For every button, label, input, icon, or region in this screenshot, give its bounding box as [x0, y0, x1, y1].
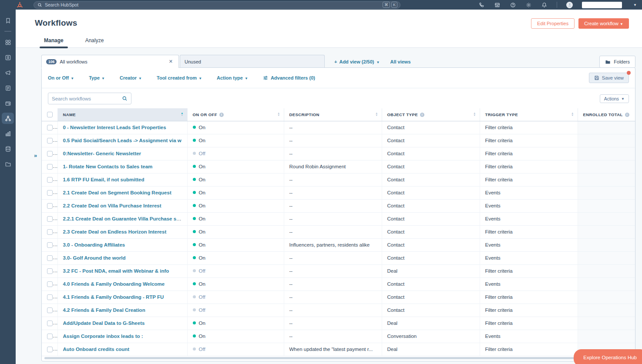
all-views-link[interactable]: All views — [390, 59, 410, 64]
workflow-name-link[interactable]: 3.0 - Onboarding Affiliates — [63, 242, 125, 247]
save-view-button[interactable]: Save view — [589, 73, 629, 83]
bell-icon[interactable] — [541, 2, 548, 8]
tab-manage[interactable]: Manage — [42, 37, 65, 47]
workflow-name-link[interactable]: 4.1 Friends & Family Onboarding - RTP FU — [63, 294, 164, 300]
row-checkbox[interactable] — [47, 255, 53, 261]
filter-dropdown-type[interactable]: Type▼ — [89, 75, 105, 80]
column-header-trig[interactable]: TRIGGER TYPE▲▼ — [480, 108, 578, 121]
info-icon[interactable]: i — [625, 113, 629, 117]
caret-down-icon: ▼ — [71, 77, 74, 80]
info-icon[interactable]: i — [219, 113, 224, 117]
workflow-name-link[interactable]: 4.0 Friends & Family Onboarding Welcome — [63, 281, 165, 287]
info-icon[interactable]: i — [420, 113, 424, 117]
filter-dropdown-action-type[interactable]: Action type▼ — [217, 75, 248, 80]
sort-arrows-icon[interactable]: ▲▼ — [181, 112, 183, 117]
select-all-checkbox[interactable] — [47, 112, 53, 117]
marketplace-icon[interactable] — [494, 2, 501, 8]
workflow-search-input[interactable] — [52, 96, 122, 101]
row-checkbox[interactable] — [47, 125, 53, 130]
workflow-name-link[interactable]: 2.3 Create Deal on Endless Horizon Inter… — [63, 229, 167, 234]
contacts-icon[interactable] — [2, 52, 14, 63]
workflow-name-link[interactable]: 1.6 RTP FU Email, if not submitted — [63, 177, 145, 182]
workflow-name-link[interactable]: Auto Onboard credits count — [63, 347, 130, 352]
data-database-icon[interactable] — [2, 143, 14, 154]
k-key: K — [391, 2, 397, 8]
content-clipboard-icon[interactable] — [2, 82, 14, 94]
select-all-header — [42, 108, 57, 121]
global-search-input[interactable]: Search HubSpot ⌘ K — [34, 1, 400, 9]
workflow-name-link[interactable]: 0:Newsletter- Generic Newsletter — [63, 151, 141, 156]
scrollbar-thumb[interactable] — [44, 357, 615, 359]
workflow-name-link[interactable]: Assign Corporate inbox leads to : — [63, 334, 143, 339]
view-tab-all-workflows[interactable]: 106 All workflows ✕ — [41, 55, 179, 68]
column-header-enr[interactable]: ENROLLED TOTALi — [578, 108, 635, 121]
reporting-chart-icon[interactable] — [2, 128, 14, 139]
explore-operations-hub-button[interactable]: Explore Operations Hub — [574, 349, 642, 364]
row-checkbox[interactable] — [47, 203, 53, 209]
column-header-status[interactable]: ON OR OFFi▲▼ — [187, 108, 284, 121]
actions-button[interactable]: Actions ▼ — [600, 94, 629, 103]
column-header-obj[interactable]: OBJECT TYPEi▲▼ — [382, 108, 480, 121]
tab-analyze[interactable]: Analyze — [84, 37, 106, 47]
status-dot — [193, 321, 196, 324]
workflow-name-link[interactable]: 2.1 Create Deal on Segment Booking Reque… — [63, 190, 171, 195]
phone-icon[interactable] — [478, 2, 485, 8]
row-checkbox[interactable] — [47, 281, 53, 287]
hubspot-sprocket-logo[interactable] — [17, 2, 23, 8]
row-checkbox[interactable] — [47, 190, 53, 196]
row-checkbox[interactable] — [47, 294, 53, 300]
workflow-name-link[interactable]: 0.5 Paid Social/Search Leads -> Assignme… — [63, 138, 182, 143]
advanced-filters-button[interactable]: Advanced filters (0) — [263, 75, 315, 80]
account-name-box[interactable] — [582, 2, 622, 8]
workflow-name-link[interactable]: Add/Update Deal Data to G-Sheets — [63, 321, 145, 326]
expand-nav-icon[interactable]: » — [34, 152, 37, 159]
row-checkbox[interactable] — [47, 177, 53, 183]
commerce-wallet-icon[interactable] — [2, 97, 14, 109]
workflow-name-link[interactable]: 3.2 FC - Post NDA, email with Webinar & … — [63, 268, 169, 274]
automations-workflow-icon[interactable] — [2, 113, 14, 124]
help-icon[interactable] — [510, 2, 516, 8]
column-header-name[interactable]: NAME▲▼ — [57, 108, 187, 121]
workflow-name-cell: 2.2 Create Deal on Villa Purchase Intere… — [57, 199, 187, 212]
status-label: On — [199, 164, 205, 169]
filter-dropdown-creator[interactable]: Creator▼ — [120, 75, 142, 80]
row-checkbox[interactable] — [47, 242, 53, 248]
workflow-name-link[interactable]: 2.2.1 Create Deal on Guarantee Villa Pur… — [63, 216, 183, 221]
workflow-name-link[interactable]: 3.0- Golf Around the world — [63, 255, 126, 260]
dashboards-grid-icon[interactable] — [2, 37, 14, 48]
workflow-name-link[interactable]: 0 - Newsletter Interest Leads Set Proper… — [63, 125, 166, 130]
sort-arrows-icon[interactable]: ▲▼ — [571, 112, 574, 117]
edit-properties-button[interactable]: Edit Properties — [531, 18, 575, 29]
library-folder-icon[interactable] — [2, 158, 14, 170]
row-checkbox[interactable] — [47, 216, 53, 222]
sort-arrows-icon[interactable]: ▲▼ — [473, 112, 476, 117]
row-checkbox[interactable] — [47, 229, 53, 235]
column-header-desc[interactable]: DESCRIPTION▲▼ — [284, 108, 382, 121]
x-close-icon[interactable]: ✕ — [168, 59, 174, 64]
row-checkbox[interactable] — [47, 164, 53, 170]
account-caret-down-icon[interactable]: ▼ — [633, 3, 637, 7]
row-checkbox[interactable] — [47, 334, 53, 339]
row-checkbox[interactable] — [47, 138, 53, 144]
settings-icon[interactable] — [525, 2, 532, 8]
row-checkbox[interactable] — [47, 307, 53, 313]
workflow-name-link[interactable]: 1- Rotate New Contacts to Sales team — [63, 164, 153, 169]
folders-button[interactable]: Folders — [599, 56, 635, 68]
marketing-megaphone-icon[interactable] — [2, 67, 14, 78]
sort-arrows-icon[interactable]: ▲▼ — [277, 112, 280, 117]
horizontal-scrollbar[interactable] — [44, 357, 632, 359]
sort-arrows-icon[interactable]: ▲▼ — [375, 112, 378, 117]
create-workflow-button[interactable]: Create workflow ▼ — [578, 18, 629, 29]
filter-dropdown-tool-created-from[interactable]: Tool created from▼ — [157, 75, 202, 80]
filter-dropdown-on-or-off[interactable]: On or Off▼ — [48, 75, 74, 80]
row-checkbox[interactable] — [47, 268, 53, 274]
workflow-name-link[interactable]: 4.2 Friends & Family Deal Creation — [63, 307, 145, 313]
workflow-name-link[interactable]: 2.2 Create Deal on Villa Purchase Intere… — [63, 203, 161, 208]
bookmark-icon[interactable] — [2, 15, 14, 26]
row-checkbox[interactable] — [47, 151, 53, 157]
view-tab-unused[interactable]: Unused — [180, 55, 325, 68]
avatar[interactable] — [566, 2, 573, 8]
row-checkbox[interactable] — [47, 347, 53, 352]
row-checkbox[interactable] — [47, 321, 53, 326]
add-view-button[interactable]: + Add view (2/50) ▼ — [334, 59, 380, 64]
